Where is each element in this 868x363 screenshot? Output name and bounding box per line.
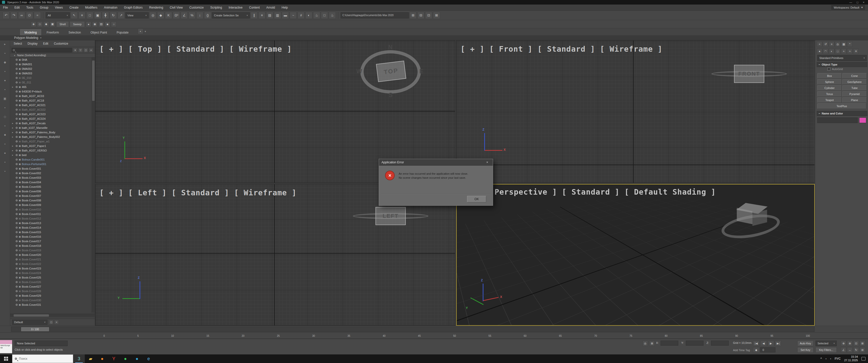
visibility-eye-icon[interactable]: [16, 131, 18, 133]
visibility-eye-icon[interactable]: [16, 72, 18, 74]
modifier-preset-1-icon[interactable]: ◈: [31, 22, 36, 27]
pin-explorer-icon[interactable]: ◻: [84, 48, 88, 53]
geometry-icon[interactable]: ●: [817, 48, 822, 54]
visibility-eye-icon[interactable]: [16, 272, 18, 274]
close-button[interactable]: ×: [863, 1, 865, 4]
visibility-eye-icon[interactable]: [16, 81, 18, 84]
viewcube-left-face[interactable]: LEFT: [375, 207, 406, 225]
curve-editor-icon[interactable]: ~: [290, 12, 297, 19]
menu-item[interactable]: Tools: [26, 6, 33, 9]
list-item[interactable]: ▣ Bath_A107_AC021: [10, 103, 92, 107]
explorer-search-input[interactable]: [11, 48, 72, 53]
motion-tab-icon[interactable]: ◎: [835, 41, 840, 47]
visibility-eye-icon[interactable]: [16, 63, 18, 65]
left-toolbar-icon[interactable]: ■: [4, 133, 6, 137]
visibility-eye-icon[interactable]: [16, 172, 18, 174]
list-item[interactable]: ▣ Book-Cover029: [10, 293, 92, 298]
tray-icon[interactable]: ▪: [830, 357, 831, 361]
explorer-horizontal-scrollbar[interactable]: [10, 314, 95, 317]
taskbar-app-edge-icon[interactable]: e: [143, 355, 154, 363]
open-file-icon[interactable]: ⊡: [425, 12, 432, 19]
visibility-eye-icon[interactable]: [16, 127, 18, 129]
display-tab-icon[interactable]: ▦: [841, 41, 846, 47]
list-item[interactable]: ▣ Book-Cover003: [10, 175, 92, 180]
modifier-preset-6-icon[interactable]: ◉: [92, 22, 98, 27]
list-item[interactable]: ▣ Bath_A107_AC023: [10, 112, 92, 117]
left-toolbar-icon[interactable]: ●: [4, 151, 6, 155]
menu-item[interactable]: Views: [55, 6, 63, 9]
material-editor-icon[interactable]: ◐: [305, 12, 312, 19]
modifier-preset-3-icon[interactable]: ◆: [43, 22, 49, 27]
use-pivot-center-icon[interactable]: ◎: [149, 12, 156, 19]
list-item[interactable]: ▣ Book-Cover025: [10, 275, 92, 280]
visibility-eye-icon[interactable]: [16, 263, 18, 265]
taskbar-app-whatsapp-icon[interactable]: ●: [120, 355, 131, 363]
tray-clock[interactable]: 15:34 27.11.2025: [844, 355, 858, 362]
list-item[interactable]: ▣ Book-Cover022: [10, 262, 92, 266]
percent-snap-icon[interactable]: %: [188, 12, 195, 19]
minimize-button[interactable]: —: [849, 1, 852, 4]
left-toolbar-icon[interactable]: ▪: [4, 88, 5, 91]
coord-x-field[interactable]: [660, 340, 678, 345]
snaps-toggle-icon[interactable]: Ω³: [173, 12, 180, 19]
visibility-eye-icon[interactable]: [16, 68, 18, 70]
title-bar[interactable]: Урицкого 2.max - Autodesk 3ds Max 2020 —…: [0, 0, 868, 4]
undo-icon[interactable]: ↶: [2, 12, 9, 19]
list-item[interactable]: ▸ ▣ Bath_A107_Decals: [10, 121, 92, 126]
left-toolbar-icon[interactable]: ▪: [4, 169, 5, 173]
orbit-icon[interactable]: ↻: [854, 347, 859, 353]
visibility-eye-icon[interactable]: [16, 177, 18, 179]
expand-arrow-icon[interactable]: ▸: [12, 149, 14, 152]
explorer-lock-icon[interactable]: ◻: [49, 320, 54, 324]
visibility-eye-icon[interactable]: [16, 190, 18, 192]
modifier-button[interactable]: Shell: [56, 21, 69, 27]
explorer-column-header[interactable]: ▲ Name (Sorted Ascending): [10, 54, 95, 58]
list-item[interactable]: ▣ Bath_A107_AC024: [10, 117, 92, 121]
select-and-move-icon[interactable]: ╋: [102, 12, 109, 19]
left-toolbar-icon[interactable]: ◇: [4, 115, 6, 119]
primitive-button-textplus[interactable]: TextPlus: [817, 103, 866, 109]
visibility-eye-icon[interactable]: [16, 254, 18, 256]
visibility-eye-icon[interactable]: [16, 100, 18, 102]
primitive-button[interactable]: Teapot: [817, 97, 842, 103]
name-color-rollout-header[interactable]: − Name and Color: [817, 111, 867, 116]
zoom-extents-icon[interactable]: ⊡: [854, 340, 859, 346]
list-item[interactable]: ▣ Book-Cover023: [10, 266, 92, 271]
dialog-close-icon[interactable]: ×: [484, 160, 490, 165]
list-item[interactable]: ▣ 0MA002: [10, 67, 92, 71]
modifier-preset-7-icon[interactable]: ▤: [98, 22, 104, 27]
menu-item[interactable]: Civil View: [170, 6, 183, 9]
zoom-icon[interactable]: ⊕: [841, 340, 846, 346]
maxscript-mini-listener[interactable]: MAXScript Mi: [0, 344, 12, 353]
angle-snap-icon[interactable]: ∠: [181, 12, 188, 19]
compass-north[interactable]: N: [388, 44, 392, 51]
visibility-eye-icon[interactable]: [16, 208, 18, 210]
expand-arrow-icon[interactable]: ▸: [12, 154, 14, 156]
notification-center-icon[interactable]: [862, 357, 866, 361]
list-item[interactable]: ▸ ▣ Bath_A107_Paper1: [10, 144, 92, 148]
explorer-settings-icon[interactable]: ≡: [89, 48, 93, 53]
primitive-button[interactable]: Plane: [842, 97, 867, 103]
spinner-snap-icon[interactable]: ↕: [196, 12, 204, 19]
primitive-category-dropdown[interactable]: Standard Primitives ▾: [817, 55, 867, 61]
primitive-button[interactable]: Pyramid: [842, 91, 867, 97]
list-item[interactable]: ▣ Book-Cover012: [10, 216, 92, 221]
list-item[interactable]: ▣ 0MA003: [10, 71, 92, 76]
visibility-eye-icon[interactable]: [16, 199, 18, 201]
list-item[interactable]: ▣ Book-Cover005: [10, 185, 92, 189]
explorer-preset-dropdown[interactable]: Default ▾: [12, 320, 48, 325]
list-item[interactable]: ▣ Book-Cover010: [10, 207, 92, 212]
column-options-icon[interactable]: ▾: [73, 48, 78, 53]
list-item[interactable]: ▸ ▣ Bath_A107_Palermo_Body002: [10, 135, 92, 139]
reference-coordinate-dropdown[interactable]: View ▾: [125, 12, 149, 19]
go-to-start-icon[interactable]: |◀: [753, 340, 760, 346]
compass-south[interactable]: S: [389, 92, 393, 99]
visibility-eye-icon[interactable]: [16, 249, 18, 251]
visibility-eye-icon[interactable]: [16, 299, 18, 301]
list-item[interactable]: ▣ Book-Cover002: [10, 171, 92, 175]
track-bar[interactable]: 0510152025303540455055606570758085909510…: [0, 332, 868, 339]
visibility-eye-icon[interactable]: [16, 122, 18, 124]
explorer-menu-item[interactable]: Display: [28, 42, 37, 45]
list-item[interactable]: ▣ Book-Cover024: [10, 271, 92, 275]
primitive-button[interactable]: Cylinder: [817, 85, 842, 91]
